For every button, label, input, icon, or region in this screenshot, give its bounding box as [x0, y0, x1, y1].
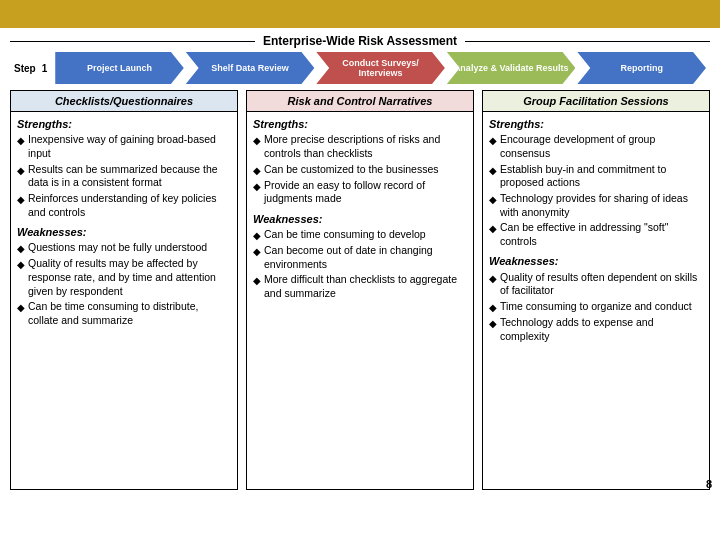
- col-header-risk: Risk and Control Narratives: [247, 91, 473, 112]
- list-item: ◆Questions may not be fully understood: [17, 241, 231, 255]
- main-columns: Checklists/Questionnaires Strengths: ◆In…: [10, 90, 710, 490]
- list-item: ◆Can be time consuming to develop: [253, 228, 467, 242]
- step-analyze-validate: Analyze & Validate Results: [447, 52, 576, 84]
- bullet-icon: ◆: [253, 229, 261, 242]
- strengths-title-group: Strengths:: [489, 117, 703, 131]
- strengths-list-group: ◆Encourage development of group consensu…: [489, 133, 703, 248]
- bullet-icon: ◆: [489, 222, 497, 235]
- steps-row: Step 1 Project Launch Shelf Data Review …: [10, 52, 710, 84]
- page-title-row: Enterprise-Wide Risk Assessment: [10, 34, 710, 48]
- list-item: ◆Can be customized to the businesses: [253, 163, 467, 177]
- bullet-icon: ◆: [489, 164, 497, 177]
- strengths-list-checklists: ◆Inexpensive way of gaining broad-based …: [17, 133, 231, 219]
- list-item: ◆Quality of results may be affected by r…: [17, 257, 231, 298]
- bullet-icon: ◆: [17, 164, 25, 177]
- weaknesses-list-checklists: ◆Questions may not be fully understood ◆…: [17, 241, 231, 327]
- bullet-icon: ◆: [253, 274, 261, 287]
- list-item: ◆Inexpensive way of gaining broad-based …: [17, 133, 231, 160]
- list-item: ◆Can become out of date in changing envi…: [253, 244, 467, 271]
- column-risk-control: Risk and Control Narratives Strengths: ◆…: [246, 90, 474, 490]
- list-item: ◆Can be time consuming to distribute, co…: [17, 300, 231, 327]
- list-item: ◆Reinforces understanding of key policie…: [17, 192, 231, 219]
- list-item: ◆Technology adds to expense and complexi…: [489, 316, 703, 343]
- list-item: ◆Can be effective in addressing "soft" c…: [489, 221, 703, 248]
- list-item: ◆Encourage development of group consensu…: [489, 133, 703, 160]
- strengths-title-risk: Strengths:: [253, 117, 467, 131]
- title-line-left: [10, 41, 255, 42]
- step-label: Step: [14, 63, 36, 74]
- bullet-icon: ◆: [489, 193, 497, 206]
- weaknesses-list-group: ◆Quality of results often dependent on s…: [489, 271, 703, 344]
- bullet-icon: ◆: [17, 258, 25, 271]
- list-item: ◆Time consuming to organize and conduct: [489, 300, 703, 314]
- list-item: ◆Establish buy-in and commitment to prop…: [489, 163, 703, 190]
- column-group-facilitation: Group Facilitation Sessions Strengths: ◆…: [482, 90, 710, 490]
- list-item: ◆Technology provides for sharing of idea…: [489, 192, 703, 219]
- top-bar: [0, 0, 720, 28]
- bullet-icon: ◆: [253, 134, 261, 147]
- strengths-list-risk: ◆More precise descriptions of risks and …: [253, 133, 467, 206]
- title-line-right: [465, 41, 710, 42]
- bullet-icon: ◆: [17, 301, 25, 314]
- weaknesses-title-risk: Weaknesses:: [253, 212, 467, 226]
- col-header-group: Group Facilitation Sessions: [483, 91, 709, 112]
- bullet-icon: ◆: [253, 180, 261, 193]
- arrow-steps: Project Launch Shelf Data Review Conduct…: [55, 52, 706, 84]
- step-reporting: Reporting: [577, 52, 706, 84]
- list-item: ◆More precise descriptions of risks and …: [253, 133, 467, 160]
- step-number: 1: [42, 63, 48, 74]
- list-item: ◆Provide an easy to follow record of jud…: [253, 179, 467, 206]
- weaknesses-title-group: Weaknesses:: [489, 254, 703, 268]
- page-number: 8: [706, 478, 712, 490]
- list-item: ◆Results can be summarized because the d…: [17, 163, 231, 190]
- bullet-icon: ◆: [489, 272, 497, 285]
- bullet-icon: ◆: [489, 134, 497, 147]
- bullet-icon: ◆: [17, 242, 25, 255]
- step-shelf-data: Shelf Data Review: [186, 52, 315, 84]
- column-checklists: Checklists/Questionnaires Strengths: ◆In…: [10, 90, 238, 490]
- weaknesses-title-checklists: Weaknesses:: [17, 225, 231, 239]
- strengths-title-checklists: Strengths:: [17, 117, 231, 131]
- bullet-icon: ◆: [17, 134, 25, 147]
- step-conduct-surveys: Conduct Surveys/ Interviews: [316, 52, 445, 84]
- col-body-group: Strengths: ◆Encourage development of gro…: [483, 112, 709, 354]
- list-item: ◆More difficult than checklists to aggre…: [253, 273, 467, 300]
- col-body-checklists: Strengths: ◆Inexpensive way of gaining b…: [11, 112, 237, 339]
- bullet-icon: ◆: [489, 301, 497, 314]
- step-project-launch: Project Launch: [55, 52, 184, 84]
- bullet-icon: ◆: [17, 193, 25, 206]
- bullet-icon: ◆: [489, 317, 497, 330]
- list-item: ◆Quality of results often dependent on s…: [489, 271, 703, 298]
- bullet-icon: ◆: [253, 245, 261, 258]
- weaknesses-list-risk: ◆Can be time consuming to develop ◆Can b…: [253, 228, 467, 301]
- col-header-checklists: Checklists/Questionnaires: [11, 91, 237, 112]
- bullet-icon: ◆: [253, 164, 261, 177]
- col-body-risk: Strengths: ◆More precise descriptions of…: [247, 112, 473, 312]
- page-title: Enterprise-Wide Risk Assessment: [255, 34, 465, 48]
